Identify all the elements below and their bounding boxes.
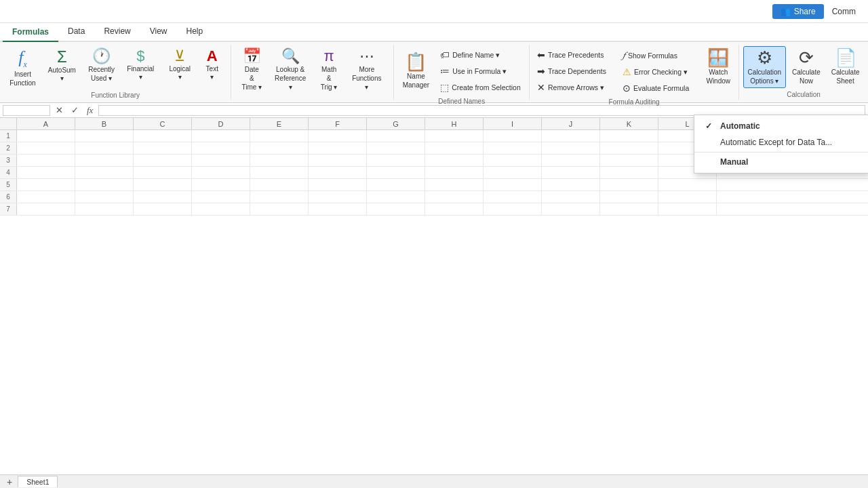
col-header-j: J bbox=[542, 118, 600, 129]
group-calculation: ⚙ CalculationOptions ▾ ⟳ CalculateNow 📄 … bbox=[739, 45, 868, 100]
watch-window-button[interactable]: 🪟 WatchWindow bbox=[701, 46, 736, 88]
col-header-b: B bbox=[75, 118, 134, 129]
insert-function-button[interactable]: fx InsertFunction bbox=[5, 46, 40, 90]
use-in-formula-icon: ≔ bbox=[440, 66, 450, 77]
tab-data[interactable]: Data bbox=[58, 22, 94, 41]
error-checking-icon: ⚠ bbox=[623, 66, 631, 77]
error-checking-button[interactable]: ⚠ Error Checking ▾ bbox=[618, 64, 694, 79]
text-icon: A bbox=[207, 49, 218, 64]
math-trig-button[interactable]: π Math &Trig ▾ bbox=[314, 46, 344, 94]
comm-button[interactable]: Comm bbox=[827, 4, 861, 19]
defined-names-label: Defined Names bbox=[399, 96, 524, 105]
lookup-reference-button[interactable]: 🔍 Lookup &Reference ▾ bbox=[268, 46, 313, 94]
share-icon: 👥 bbox=[781, 7, 791, 16]
math-trig-icon: π bbox=[324, 49, 334, 64]
name-manager-icon: 📋 bbox=[405, 53, 427, 70]
logical-button[interactable]: ⊻ Logical ▾ bbox=[162, 46, 197, 84]
trace-precedents-icon: ⬅ bbox=[537, 49, 545, 60]
table-row: 7 bbox=[0, 203, 868, 216]
automatic-label: Automatic bbox=[720, 121, 760, 131]
insert-function-formula-icon[interactable]: fx bbox=[84, 105, 96, 116]
trace-dependents-button[interactable]: ➡ Trace Dependents bbox=[532, 64, 611, 79]
manual-label: Manual bbox=[720, 157, 748, 167]
use-in-formula-button[interactable]: ≔ Use in Formula ▾ bbox=[435, 64, 526, 79]
date-time-button[interactable]: 📅 Date &Time ▾ bbox=[237, 46, 267, 94]
logical-icon: ⊻ bbox=[174, 49, 185, 64]
name-box[interactable] bbox=[3, 105, 50, 116]
group-defined-names: 📋 NameManager 🏷 Define Name ▾ ≔ Use in F… bbox=[394, 45, 530, 100]
sheet-tabs: + Sheet1 bbox=[0, 474, 868, 488]
more-functions-button[interactable]: ⋯ MoreFunctions ▾ bbox=[345, 46, 388, 94]
lookup-reference-icon: 🔍 bbox=[281, 49, 300, 64]
table-row: 6 bbox=[0, 191, 868, 203]
show-formulas-icon: 𝑓 bbox=[623, 49, 625, 61]
defined-names-stack: 🏷 Define Name ▾ ≔ Use in Formula ▾ ⬚ Cre… bbox=[435, 46, 526, 96]
calculation-options-button[interactable]: ⚙ CalculationOptions ▾ bbox=[743, 46, 786, 88]
define-name-button[interactable]: 🏷 Define Name ▾ bbox=[435, 47, 526, 62]
automatic-except-label: Automatic Except for Data Ta... bbox=[720, 138, 832, 147]
dropdown-separator bbox=[694, 152, 868, 152]
calculation-options-icon: ⚙ bbox=[757, 49, 772, 66]
name-manager-button[interactable]: 📋 NameManager bbox=[398, 46, 434, 96]
financial-icon: $ bbox=[136, 49, 144, 64]
evaluate-formula-icon: ⊙ bbox=[623, 83, 631, 94]
col-header-e: E bbox=[250, 118, 309, 129]
calculate-sheet-button[interactable]: 📄 CalculateSheet bbox=[827, 46, 865, 88]
cancel-formula-icon[interactable]: ✕ bbox=[53, 105, 66, 115]
tab-formulas[interactable]: Formulas bbox=[3, 23, 58, 42]
tab-help[interactable]: Help bbox=[177, 22, 213, 41]
ribbon: fx InsertFunction Σ AutoSum ▾ 🕐 Recently… bbox=[0, 42, 868, 103]
check-automatic-icon: ✓ bbox=[705, 121, 715, 131]
spreadsheet-body: 1 2 bbox=[0, 130, 868, 474]
col-header-c: C bbox=[134, 118, 192, 129]
calculate-sheet-icon: 📄 bbox=[835, 49, 856, 66]
tab-review[interactable]: Review bbox=[94, 22, 140, 41]
calculate-now-button[interactable]: ⟳ CalculateNow bbox=[787, 46, 825, 88]
calculation-options-dropdown: ✓ Automatic Automatic Except for Data Ta… bbox=[694, 115, 868, 174]
formula-auditing-label: Formula Auditing bbox=[535, 97, 733, 106]
recently-used-button[interactable]: 🕐 RecentlyUsed ▾ bbox=[84, 46, 119, 85]
group-formula-auditing: ⬅ Trace Precedents ➡ Trace Dependents ✕ … bbox=[530, 45, 739, 100]
watch-window-icon: 🪟 bbox=[707, 49, 729, 66]
tab-view[interactable]: View bbox=[140, 22, 177, 41]
col-header-k: K bbox=[600, 118, 658, 129]
recently-used-icon: 🕐 bbox=[92, 49, 111, 64]
comm-label: Comm bbox=[832, 7, 856, 16]
trace-dependents-icon: ➡ bbox=[537, 66, 545, 77]
show-formulas-button[interactable]: 𝑓 Show Formulas bbox=[618, 47, 694, 63]
sheet-tab-1[interactable]: Sheet1 bbox=[18, 476, 58, 487]
define-name-icon: 🏷 bbox=[440, 49, 450, 60]
col-header-i: I bbox=[484, 118, 542, 129]
calculate-now-icon: ⟳ bbox=[799, 49, 814, 66]
dropdown-item-automatic-except[interactable]: Automatic Except for Data Ta... bbox=[694, 134, 868, 150]
evaluate-formula-button[interactable]: ⊙ Evaluate Formula bbox=[618, 81, 694, 96]
text-button[interactable]: A Text ▾ bbox=[199, 46, 225, 84]
ribbon-tabs: Formulas Data Review View Help bbox=[0, 23, 868, 42]
trace-precedents-button[interactable]: ⬅ Trace Precedents bbox=[532, 47, 611, 62]
autosum-button[interactable]: Σ AutoSum ▾ bbox=[41, 46, 83, 85]
row-num-header bbox=[0, 118, 17, 129]
insert-function-icon: fx bbox=[18, 49, 27, 68]
function-library-content: fx InsertFunction Σ AutoSum ▾ 🕐 Recently… bbox=[5, 46, 225, 90]
dropdown-item-manual[interactable]: Manual bbox=[694, 154, 868, 170]
dropdown-item-automatic[interactable]: ✓ Automatic bbox=[694, 118, 868, 134]
col-header-a: A bbox=[17, 118, 75, 129]
col-header-f: F bbox=[309, 118, 367, 129]
table-row: 5 bbox=[0, 179, 868, 191]
col-header-d: D bbox=[192, 118, 250, 129]
more-functions-icon: ⋯ bbox=[359, 49, 374, 64]
share-label: Share bbox=[794, 7, 816, 16]
remove-arrows-icon: ✕ bbox=[537, 82, 545, 93]
share-button[interactable]: 👥 Share bbox=[772, 4, 824, 19]
date-time-icon: 📅 bbox=[243, 49, 261, 64]
confirm-formula-icon[interactable]: ✓ bbox=[68, 105, 81, 115]
group-function-library: fx InsertFunction Σ AutoSum ▾ 🕐 Recently… bbox=[0, 45, 231, 100]
add-sheet-button[interactable]: + bbox=[3, 476, 16, 487]
financial-button[interactable]: $ Financial ▾ bbox=[120, 46, 161, 84]
col-header-h: H bbox=[425, 118, 484, 129]
title-bar: 👥 Share Comm bbox=[0, 0, 868, 23]
create-from-selection-icon: ⬚ bbox=[440, 82, 449, 93]
create-from-selection-button[interactable]: ⬚ Create from Selection bbox=[435, 80, 526, 95]
remove-arrows-button[interactable]: ✕ Remove Arrows ▾ bbox=[532, 80, 611, 95]
calculation-label: Calculation bbox=[745, 89, 863, 98]
